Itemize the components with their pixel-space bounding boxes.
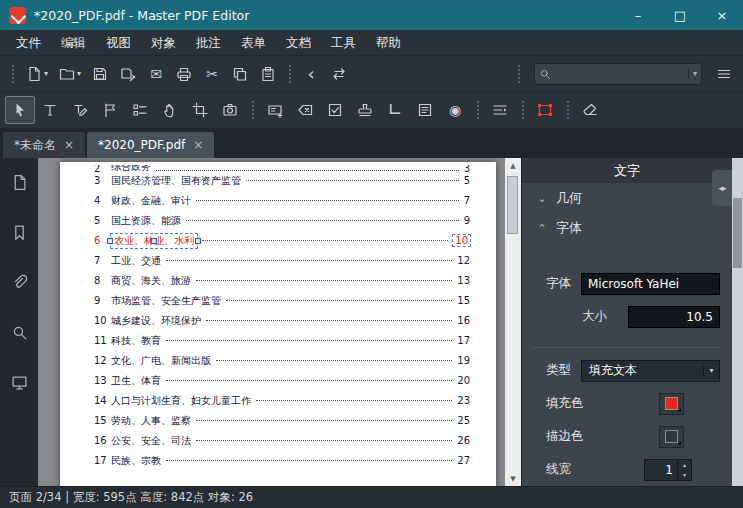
save-as-button[interactable] bbox=[114, 61, 142, 87]
toc-page-number[interactable]: 23 bbox=[457, 395, 470, 406]
arrange-tool[interactable] bbox=[485, 96, 515, 124]
toc-row[interactable]: 3 国民经济管理、国有资产监管 5 bbox=[94, 174, 470, 194]
toc-title[interactable]: 财政、金融、审计 bbox=[111, 194, 191, 208]
eraser-tool[interactable] bbox=[575, 96, 605, 124]
layers-icon[interactable] bbox=[7, 370, 31, 394]
menu-item[interactable]: 表单 bbox=[231, 30, 276, 56]
close-tab-icon[interactable]: × bbox=[193, 138, 203, 152]
stroke-color-button[interactable] bbox=[659, 426, 684, 448]
panel-scrollbar-thumb[interactable] bbox=[733, 198, 742, 268]
close-tab-icon[interactable]: × bbox=[64, 138, 74, 152]
toolbar-grip[interactable] bbox=[249, 101, 256, 119]
attachments-icon[interactable] bbox=[7, 270, 31, 294]
menu-item[interactable]: 视图 bbox=[96, 30, 141, 56]
redact-area-tool[interactable] bbox=[530, 96, 560, 124]
search-sidebar-icon[interactable] bbox=[7, 320, 31, 344]
search-input[interactable] bbox=[551, 67, 688, 81]
toc-row[interactable]: 6 农业、林业、水利 10 bbox=[94, 234, 470, 254]
toc-row[interactable]: 16 公安、安全、司法 26 bbox=[94, 434, 470, 454]
toc-page-number[interactable]: 12 bbox=[457, 255, 470, 266]
toc-page-number[interactable]: 25 bbox=[457, 415, 470, 426]
toc-title[interactable]: 市场监管、安全生产监管 bbox=[111, 294, 221, 308]
spin-up-icon[interactable]: ▴ bbox=[678, 460, 691, 470]
thumbnails-icon[interactable] bbox=[7, 170, 31, 194]
new-document-caret-icon[interactable]: ▾ bbox=[44, 69, 53, 78]
panel-collapse-toggle[interactable]: ◂▸ bbox=[712, 170, 732, 206]
snapshot-tool[interactable] bbox=[215, 96, 245, 124]
overflow-menu-button[interactable] bbox=[710, 61, 738, 87]
menu-item[interactable]: 工具 bbox=[321, 30, 366, 56]
toc-row[interactable]: 13 卫生、体育 20 bbox=[94, 374, 470, 394]
crop-tool[interactable] bbox=[185, 96, 215, 124]
line-width-spinner[interactable]: 1 ▴ ▾ bbox=[644, 459, 692, 481]
menu-item[interactable]: 对象 bbox=[141, 30, 186, 56]
checkbox-tool[interactable] bbox=[320, 96, 350, 124]
toc-title[interactable]: 城乡建设、环境保护 bbox=[111, 314, 201, 328]
toc-row[interactable]: 12 文化、广电、新闻出版 19 bbox=[94, 354, 470, 374]
bookmarks-icon[interactable] bbox=[7, 220, 31, 244]
section-geometry[interactable]: ⌄ 几何 bbox=[522, 183, 732, 213]
toc-page-number[interactable]: 15 bbox=[457, 295, 470, 306]
toc-row[interactable]: 2 综合政务 3 bbox=[94, 165, 470, 174]
toolbar-grip[interactable] bbox=[515, 65, 522, 83]
hand-tool[interactable] bbox=[155, 96, 185, 124]
menu-item[interactable]: 帮助 bbox=[366, 30, 411, 56]
toc-row[interactable]: 15 劳动、人事、监察 25 bbox=[94, 414, 470, 434]
toc-title[interactable]: 国土资源、能源 bbox=[111, 214, 181, 228]
toc-page-number[interactable]: 5 bbox=[464, 175, 470, 186]
text-field-tool[interactable] bbox=[260, 96, 290, 124]
selection-handle[interactable] bbox=[151, 238, 157, 244]
toc-page-number[interactable]: 16 bbox=[457, 315, 470, 326]
toc-row[interactable]: 17 民族、宗教 27 bbox=[94, 454, 470, 474]
list-field-tool[interactable] bbox=[410, 96, 440, 124]
toc-title[interactable]: 商贸、海关、旅游 bbox=[111, 274, 191, 288]
toc-page-number[interactable]: 10 bbox=[453, 235, 470, 246]
toc-row[interactable]: 9 市场监管、安全生产监管 15 bbox=[94, 294, 470, 314]
toolbar-grip[interactable] bbox=[474, 101, 481, 119]
toc-page-number[interactable]: 26 bbox=[457, 435, 470, 446]
stamp-tool[interactable] bbox=[350, 96, 380, 124]
email-button[interactable]: ✉ bbox=[142, 61, 170, 87]
toc-page-number[interactable]: 13 bbox=[457, 275, 470, 286]
print-button[interactable] bbox=[170, 61, 198, 87]
toc-title[interactable]: 公安、安全、司法 bbox=[111, 434, 191, 448]
toc-title[interactable]: 农业、林业、水利 bbox=[111, 234, 197, 248]
scroll-down-icon[interactable]: ▼ bbox=[505, 471, 521, 486]
spin-down-icon[interactable]: ▾ bbox=[678, 470, 691, 480]
close-button[interactable]: × bbox=[701, 0, 743, 30]
fill-color-button[interactable] bbox=[659, 393, 684, 415]
maximize-button[interactable]: □ bbox=[659, 0, 701, 30]
minimize-button[interactable]: – bbox=[617, 0, 659, 30]
document-tab[interactable]: *2020_PDF.pdf × bbox=[87, 132, 214, 158]
select-tool[interactable] bbox=[5, 96, 35, 124]
toc-title[interactable]: 工业、交通 bbox=[111, 254, 161, 268]
toc-title[interactable]: 国民经济管理、国有资产监管 bbox=[111, 174, 241, 188]
edit-forms-tool[interactable] bbox=[95, 96, 125, 124]
edit-text-tool[interactable] bbox=[65, 96, 95, 124]
toc-row[interactable]: 7 工业、交通 12 bbox=[94, 254, 470, 274]
menu-item[interactable]: 文件 bbox=[6, 30, 51, 56]
toc-page-number[interactable]: 7 bbox=[464, 195, 470, 206]
toc-row[interactable]: 10 城乡建设、环境保护 16 bbox=[94, 314, 470, 334]
menu-item[interactable]: 批注 bbox=[186, 30, 231, 56]
fill-type-select[interactable]: 填充文本 ▾ bbox=[581, 360, 720, 382]
toc-page-number[interactable]: 20 bbox=[457, 375, 470, 386]
toc-title[interactable]: 卫生、体育 bbox=[111, 374, 161, 388]
fields-list-tool[interactable] bbox=[125, 96, 155, 124]
text-select-tool[interactable] bbox=[35, 96, 65, 124]
radio-button-tool[interactable]: ◉ bbox=[440, 96, 470, 124]
menu-item[interactable]: 编辑 bbox=[51, 30, 96, 56]
toc-row[interactable]: 4 财政、金融、审计 7 bbox=[94, 194, 470, 214]
section-font[interactable]: ⌃ 字体 bbox=[522, 213, 732, 243]
toc-title[interactable]: 劳动、人事、监察 bbox=[111, 414, 191, 428]
scroll-up-icon[interactable]: ▲ bbox=[505, 158, 521, 173]
selection-handle[interactable] bbox=[195, 238, 201, 244]
search-caret-icon[interactable]: ▾ bbox=[688, 69, 697, 78]
toc-page-number[interactable]: 27 bbox=[457, 455, 470, 466]
toc-title[interactable]: 综合政务 bbox=[111, 165, 151, 174]
toc-title[interactable]: 文化、广电、新闻出版 bbox=[111, 354, 211, 368]
toolbar-grip[interactable] bbox=[519, 101, 526, 119]
open-caret-icon[interactable]: ▾ bbox=[77, 69, 86, 78]
measure-angle-tool[interactable]: ∟ bbox=[380, 96, 410, 124]
toolbar-grip[interactable] bbox=[564, 101, 571, 119]
